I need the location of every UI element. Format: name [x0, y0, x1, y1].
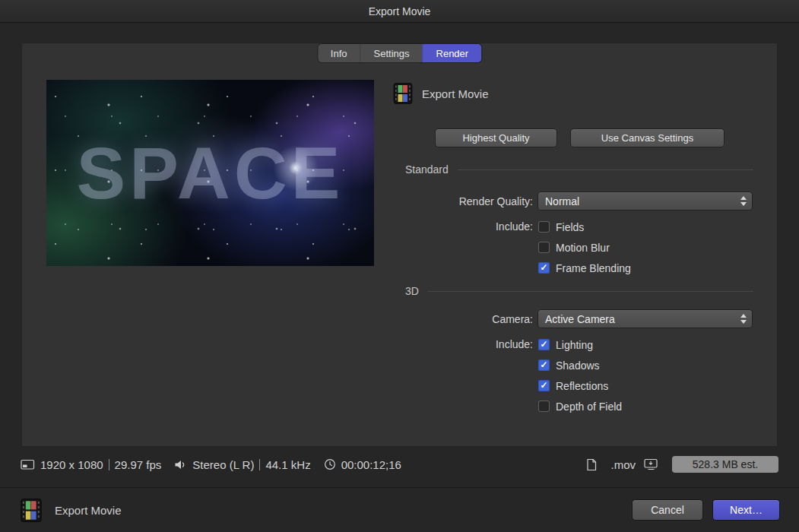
- checkbox-icon[interactable]: ✓: [538, 359, 550, 371]
- camera-value: Active Camera: [545, 313, 615, 325]
- 3d-include-label: Include:: [393, 339, 538, 350]
- window-title: Export Movie: [369, 5, 431, 17]
- audio-channels-value: Stereo (L R): [192, 458, 254, 471]
- preview-title: SPACE: [46, 80, 374, 266]
- render-quality-value: Normal: [545, 195, 579, 207]
- checkbox-icon[interactable]: ✓: [538, 221, 550, 233]
- checkbox-label: Shadows: [556, 359, 600, 372]
- document-icon: [586, 458, 597, 471]
- standard-include-list: ✓ Fields ✓ Motion Blur ✓ Frame Blending: [538, 221, 631, 283]
- render-quality-label: Render Quality:: [393, 195, 538, 207]
- export-panel: SPACE Export Movie Highest Quality: [21, 43, 778, 447]
- checkbox-icon[interactable]: ✓: [538, 380, 550, 391]
- resolution-value: 1920 x 1080: [40, 458, 103, 471]
- checkbox-frame-blending[interactable]: ✓ Frame Blending: [538, 262, 631, 274]
- camera-row: Camera: Active Camera: [393, 310, 752, 328]
- export-tabs: Info Settings Render: [318, 44, 481, 62]
- render-quality-select[interactable]: Normal: [538, 192, 752, 210]
- stepper-chevrons-icon: [740, 314, 747, 324]
- next-button[interactable]: Next…: [713, 500, 779, 520]
- file-extension-value: .mov: [610, 458, 636, 471]
- stepper-chevrons-icon: [740, 196, 747, 206]
- panel-title: Export Movie: [422, 87, 489, 100]
- checkbox-reflections[interactable]: ✓ Reflections: [538, 380, 622, 391]
- window-titlebar: Export Movie: [0, 0, 799, 23]
- 3d-include-group: Include: ✓ Lighting ✓ Shadows ✓ Reflecti…: [393, 339, 622, 421]
- frame-rate-value: 29.97 fps: [115, 458, 162, 471]
- render-quality-row: Render Quality: Normal: [393, 192, 752, 210]
- checkbox-label: Lighting: [556, 339, 593, 351]
- panel-header: Export Movie: [393, 83, 489, 104]
- checkbox-fields[interactable]: ✓ Fields: [538, 221, 631, 233]
- duration-cluster: 00:00:12;16: [324, 458, 401, 471]
- footer-buttons: Cancel Next…: [633, 500, 779, 520]
- divider: [109, 459, 109, 470]
- checkbox-label: Reflections: [556, 380, 608, 392]
- checkbox-label: Frame Blending: [556, 262, 631, 274]
- filmstrip-icon: [393, 83, 413, 104]
- section-3d: 3D: [405, 285, 753, 297]
- status-bar: 1920 x 1080 29.97 fps Stereo (L R) 44.1 …: [0, 454, 799, 475]
- tab-render[interactable]: Render: [423, 44, 482, 62]
- camera-select[interactable]: Active Camera: [538, 310, 752, 328]
- frame-size-icon: [21, 459, 35, 470]
- audio-cluster: Stereo (L R) 44.1 kHz: [174, 458, 310, 471]
- checkbox-shadows[interactable]: ✓ Shadows: [538, 359, 622, 371]
- section-standard-title: Standard: [405, 163, 449, 176]
- highest-quality-button[interactable]: Highest Quality: [436, 129, 556, 147]
- use-canvas-settings-button[interactable]: Use Canvas Settings: [571, 129, 724, 147]
- checkbox-depth-of-field[interactable]: ✓ Depth of Field: [538, 401, 622, 412]
- checkbox-icon[interactable]: ✓: [538, 339, 550, 350]
- preview-image: SPACE: [46, 80, 374, 266]
- tab-info[interactable]: Info: [318, 44, 360, 62]
- checkbox-icon[interactable]: ✓: [538, 242, 550, 253]
- render-settings-column: Export Movie Highest Quality Use Canvas …: [393, 74, 753, 443]
- section-3d-title: 3D: [405, 285, 419, 297]
- filmstrip-icon: [20, 499, 43, 522]
- size-estimate-badge: 528.3 MB est.: [672, 456, 778, 473]
- tab-settings[interactable]: Settings: [360, 44, 423, 62]
- 3d-include-list: ✓ Lighting ✓ Shadows ✓ Reflections ✓ Dep…: [538, 339, 622, 421]
- divider: [259, 459, 260, 470]
- resolution-cluster: 1920 x 1080 29.97 fps: [21, 458, 161, 471]
- checkbox-label: Motion Blur: [556, 242, 610, 254]
- footer-bar: Export Movie Cancel Next…: [0, 487, 799, 532]
- checkbox-motion-blur[interactable]: ✓ Motion Blur: [538, 242, 631, 253]
- checkbox-lighting[interactable]: ✓ Lighting: [538, 339, 622, 350]
- cancel-button[interactable]: Cancel: [633, 500, 702, 520]
- checkbox-icon[interactable]: ✓: [538, 401, 550, 412]
- standard-include-label: Include:: [393, 221, 538, 233]
- checkbox-label: Depth of Field: [556, 401, 622, 413]
- duration-clock-icon: [324, 458, 336, 470]
- status-right-group: .mov 528.3 MB est.: [586, 456, 778, 473]
- preset-buttons: Highest Quality Use Canvas Settings: [436, 129, 724, 147]
- camera-label: Camera:: [393, 313, 538, 325]
- speaker-icon: [174, 459, 187, 470]
- destination-monitor-icon: [644, 458, 658, 470]
- standard-include-group: Include: ✓ Fields ✓ Motion Blur ✓ Frame …: [393, 221, 631, 283]
- checkbox-icon[interactable]: ✓: [538, 262, 550, 274]
- checkbox-label: Fields: [556, 221, 584, 233]
- sample-rate-value: 44.1 kHz: [265, 458, 310, 471]
- duration-value: 00:00:12;16: [341, 458, 401, 471]
- footer-title: Export Movie: [55, 504, 122, 517]
- section-standard: Standard: [405, 163, 753, 176]
